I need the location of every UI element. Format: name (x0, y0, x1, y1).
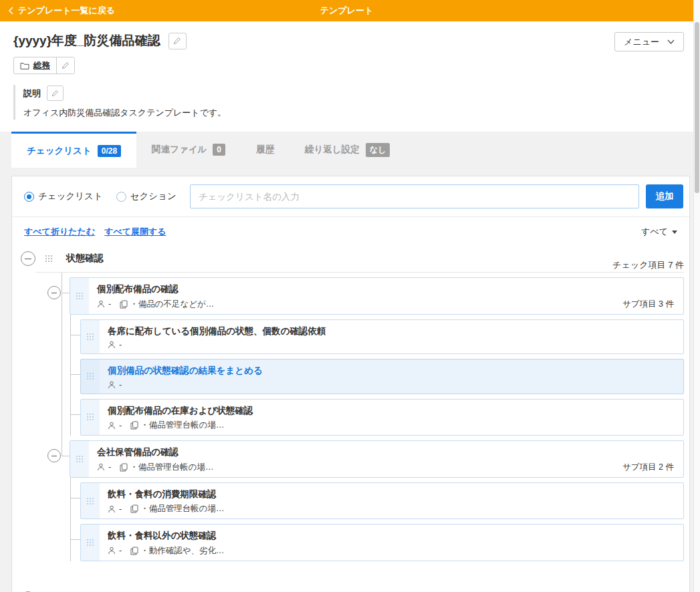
scrollbar-thumb[interactable] (695, 22, 699, 193)
checklist-subitem-node: 飲料・食料の消費期限確認 - ・備品管理台帳の場… (80, 482, 684, 520)
drag-handle-icon[interactable] (81, 400, 100, 436)
filter-dropdown[interactable]: すべて (641, 226, 683, 238)
tab-bar: チェックリスト 0/28 関連ファイル 0 履歴 繰り返し設定 なし (0, 132, 693, 168)
checklist-subitem-node: 飲料・食料以外の状態確認 - ・動作確認や、劣化… (80, 524, 684, 561)
description-text: オフィス内防災備品確認タスクテンプレートです。 (23, 107, 684, 119)
tab-label: 履歴 (256, 144, 274, 156)
collapse-toggle-button[interactable] (21, 251, 35, 266)
drag-handle-icon[interactable] (70, 441, 89, 477)
assignee-value: - (119, 421, 122, 430)
checklist-name-input[interactable] (190, 184, 639, 208)
chevron-left-icon (8, 7, 13, 15)
checklist-panel: チェックリスト セクション 追加 すべて折りたたむ すべて展開する すべて (11, 176, 690, 592)
folder-icon (20, 61, 29, 69)
memo-icon (120, 463, 128, 472)
checklist-item-card[interactable]: 個別配布備品の在庫および状態確認 - ・備品管理台帳の場… (80, 399, 684, 436)
assignee-value: - (108, 299, 111, 309)
memo-text: ・備品管理台帳の場… (140, 420, 224, 431)
tab-label: 繰り返し設定 (305, 144, 360, 156)
checklist-item-card-highlighted[interactable]: 個別備品の状態確認の結果をまとめる - (80, 359, 684, 394)
pencil-icon (62, 61, 70, 69)
radio-unselected-icon[interactable] (116, 192, 126, 202)
drag-handle-icon[interactable] (44, 254, 53, 263)
vertical-scrollbar[interactable] (693, 0, 700, 592)
edit-description-button[interactable] (47, 86, 64, 101)
assignee-icon (108, 381, 116, 389)
memo-icon (120, 300, 128, 309)
divider (35, 272, 684, 273)
template-header: {yyyy}年度_防災備品確認 メニュー 総務 説明 (0, 21, 693, 132)
category-link[interactable]: 総務 (14, 57, 56, 73)
assignee-value: - (119, 546, 122, 555)
item-title: 会社保管備品の確認 (97, 446, 674, 458)
checklist-item-card[interactable]: 飲料・食料以外の状態確認 - ・動作確認や、劣化… (80, 524, 684, 561)
description-label: 説明 (23, 88, 41, 100)
checklist-item-node: 個別配布備品の確認 - ・備品の不足などが… サブ項目 3 件 (70, 277, 684, 436)
checklist-item-card[interactable]: 各席に配布している個別備品の状態、個数の確認依頼 - (80, 319, 684, 355)
collapse-all-link[interactable]: すべて折りたたむ (24, 226, 95, 238)
drag-handle-icon[interactable] (81, 525, 100, 561)
pencil-icon (173, 37, 181, 45)
back-label: テンプレート一覧に戻る (18, 5, 115, 17)
collapse-toggle-button[interactable] (47, 286, 61, 299)
edit-title-button[interactable] (168, 33, 187, 49)
radio-section[interactable]: セクション (116, 190, 177, 202)
assignee-value: - (119, 504, 122, 514)
assignee-icon (108, 422, 116, 430)
files-count-badge: 0 (213, 144, 225, 156)
tab-repeat-settings[interactable]: 繰り返し設定 なし (289, 132, 405, 168)
radio-checklist[interactable]: チェックリスト (24, 190, 103, 202)
assignee-value: - (119, 340, 122, 349)
section-header: 状態確認 チェック項目 7 件 (21, 245, 684, 272)
memo-text: ・備品管理台帳の場… (130, 462, 213, 473)
assignee-icon (97, 463, 105, 471)
checklist-subitem-node: 個別配布備品の在庫および状態確認 - ・備品管理台帳の場… (80, 399, 684, 436)
drag-handle-icon[interactable] (81, 483, 100, 519)
checklist-item-card[interactable]: 会社保管備品の確認 - ・備品管理台帳の場… サブ項目 2 件 (70, 440, 684, 478)
chevron-down-icon (667, 39, 675, 44)
checklist-item-node: 会社保管備品の確認 - ・備品管理台帳の場… サブ項目 2 件 (70, 440, 684, 561)
item-title: 個別配布備品の確認 (97, 283, 674, 295)
section-check-count: チェック項目 7 件 (612, 259, 684, 272)
category-name: 総務 (33, 60, 50, 71)
menu-label: メニュー (624, 36, 659, 48)
section: 状態確認 チェック項目 7 件 個別配布備品の確認 (21, 245, 684, 561)
menu-button[interactable]: メニュー (614, 32, 684, 51)
top-app-bar: テンプレート一覧に戻る テンプレート (0, 0, 693, 21)
drag-handle-icon[interactable] (70, 278, 89, 314)
drag-handle-icon[interactable] (81, 320, 100, 354)
memo-icon (130, 504, 138, 513)
memo-icon (130, 547, 138, 555)
tree-toolbar: すべて折りたたむ すべて展開する すべて (12, 217, 689, 244)
tab-history[interactable]: 履歴 (241, 132, 289, 168)
caret-down-icon (672, 231, 677, 234)
section-title: 状態確認 (66, 253, 104, 265)
checklist-item-card[interactable]: 個別配布備品の確認 - ・備品の不足などが… サブ項目 3 件 (70, 277, 684, 315)
description-section: 説明 オフィス内防災備品確認タスクテンプレートです。 (13, 85, 684, 120)
item-title: 飲料・食料の消費期限確認 (108, 488, 674, 500)
add-button[interactable]: 追加 (646, 184, 683, 208)
expand-all-link[interactable]: すべて展開する (104, 226, 166, 238)
add-checklist-row: チェックリスト セクション 追加 (12, 176, 689, 217)
item-title: 飲料・食料以外の状態確認 (108, 530, 674, 542)
tab-label: 関連ファイル (152, 144, 207, 156)
collapse-toggle-button[interactable] (47, 449, 61, 462)
category-chip: 総務 (13, 57, 75, 74)
checklist-subitem-node: 各席に配布している個別備品の状態、個数の確認依頼 - (80, 319, 684, 355)
drag-handle-icon[interactable] (81, 359, 100, 394)
memo-icon (130, 421, 138, 430)
tab-related-files[interactable]: 関連ファイル 0 (136, 132, 241, 168)
section: 発注〜受取確認 チェック項目 12 件 発注する備品数の確定 (21, 585, 684, 592)
checklist-item-card[interactable]: 飲料・食料の消費期限確認 - ・備品管理台帳の場… (80, 482, 684, 520)
sub-item-count: サブ項目 2 件 (622, 462, 674, 473)
radio-section-label: セクション (130, 190, 177, 202)
memo-text: ・備品の不足などが… (130, 299, 214, 310)
edit-category-button[interactable] (56, 57, 74, 73)
repeat-status-badge: なし (366, 143, 390, 157)
back-to-template-list-button[interactable]: テンプレート一覧に戻る (8, 5, 115, 17)
assignee-icon (108, 547, 116, 555)
radio-selected-icon[interactable] (24, 192, 34, 202)
radio-checklist-label: チェックリスト (38, 190, 103, 202)
tab-checklist[interactable]: チェックリスト 0/28 (11, 132, 136, 168)
assignee-icon (97, 300, 105, 308)
